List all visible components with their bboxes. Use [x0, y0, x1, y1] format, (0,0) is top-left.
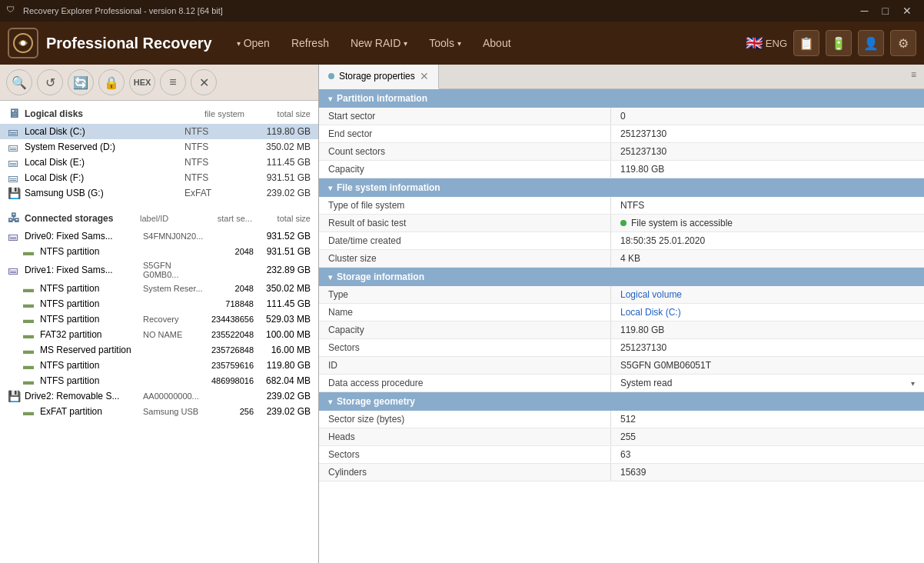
- menu-refresh[interactable]: Refresh: [282, 32, 338, 54]
- menu-open[interactable]: ▾ Open: [228, 32, 279, 54]
- basic-test-row: Result of basic test File system is acce…: [319, 215, 924, 232]
- logical-disk-c[interactable]: 🖴 Local Disk (C:) NTFS 119.80 GB: [0, 124, 318, 139]
- storage-size-header: total size: [257, 214, 311, 223]
- refresh-button[interactable]: ↺: [37, 69, 63, 95]
- drive0-ntfs-part[interactable]: ▬ NTFS partition 2048 931.51 GB: [0, 244, 318, 259]
- lang-label: ENG: [766, 38, 787, 49]
- hdd-icon: 🖴: [8, 125, 22, 138]
- storage-geometry-toggle[interactable]: ▾: [328, 398, 332, 406]
- tab-label: Storage properties: [339, 71, 415, 82]
- drive1[interactable]: 🖴 Drive1: Fixed Sams... S5GFN G0MB0... 2…: [0, 259, 318, 281]
- fs-info-toggle[interactable]: ▾: [328, 184, 332, 192]
- start-sector-row: Start sector 0: [319, 108, 924, 125]
- menu-about[interactable]: About: [474, 32, 520, 54]
- partition-icon-9: ▬: [23, 405, 37, 418]
- maximize-button[interactable]: □: [876, 4, 895, 18]
- drive1-ntfs-part2[interactable]: ▬ NTFS partition 718848 111.45 GB: [0, 296, 318, 311]
- end-sector-row: End sector 251237130: [319, 125, 924, 143]
- access-procedure-dropdown[interactable]: System read ▾: [620, 378, 915, 388]
- title-bar-text: Recovery Explorer Professional - version…: [23, 6, 855, 15]
- menu-bar: Professional Recovery ▾ Open Refresh New…: [0, 22, 924, 65]
- app-title: Professional Recovery: [46, 35, 212, 52]
- app-icon: 🛡: [6, 5, 18, 17]
- storage-info-header: ▾ Storage information: [319, 268, 924, 286]
- storage-properties-tab[interactable]: Storage properties ✕: [319, 65, 439, 89]
- new-raid-arrow: ▾: [404, 39, 407, 48]
- tab-bar: Storage properties ✕ ≡: [319, 65, 924, 89]
- storage-icon: 🖧: [8, 212, 20, 225]
- list-button[interactable]: ≡: [160, 69, 186, 95]
- search-button[interactable]: 🔍: [6, 69, 32, 95]
- drive1-fat32[interactable]: ▬ FAT32 partition NO NAME 235522048 100.…: [0, 327, 318, 342]
- type-row: Type Logical volume: [319, 286, 924, 304]
- drive1-ntfs-part5[interactable]: ▬ NTFS partition 486998016 682.04 MB: [0, 373, 318, 388]
- drive1-ntfs-part1[interactable]: ▬ NTFS partition System Reser... 2048 35…: [0, 281, 318, 296]
- logical-disks-icon: 🖥: [8, 107, 20, 121]
- close-button-toolbar[interactable]: ✕: [191, 69, 217, 95]
- partition-info-header: ▾ Partition information: [319, 89, 924, 108]
- left-panel: 🔍 ↺ 🔄 🔒 HEX ≡ ✕ 🖥 Logical disks file sys…: [0, 65, 319, 563]
- capacity2-row: Capacity 119.80 GB: [319, 321, 924, 339]
- drive1-ntfs-part3[interactable]: ▬ NTFS partition Recovery 234438656 529.…: [0, 311, 318, 327]
- partition-icon-4: ▬: [23, 313, 37, 325]
- hdd-icon-e: 🖴: [8, 156, 22, 168]
- menu-tools[interactable]: Tools ▾: [420, 32, 470, 54]
- capacity-row: Capacity 119.80 GB: [319, 161, 924, 178]
- logical-disk-d[interactable]: 🖴 System Reserved (D:) NTFS 350.02 MB: [0, 139, 318, 155]
- drive2[interactable]: 💾 Drive2: Removable S... AA00000000... 2…: [0, 388, 318, 404]
- drive0[interactable]: 🖴 Drive0: Fixed Sams... S4FMNJ0N20... 93…: [0, 228, 318, 244]
- flag-icon: 🇬🇧: [746, 35, 763, 52]
- connected-storages-header: 🖧 Connected storages label/ID start se..…: [0, 205, 318, 228]
- lock-button[interactable]: 🔒: [98, 69, 125, 95]
- sector-size-row: Sector size (bytes) 512: [319, 411, 924, 428]
- logical-disks-header: 🖥 Logical disks file system total size: [0, 101, 318, 124]
- tree-area: 🖥 Logical disks file system total size 🖴…: [0, 101, 318, 563]
- title-bar: 🛡 Recovery Explorer Professional - versi…: [0, 0, 924, 22]
- tab-dot: [328, 73, 334, 79]
- language-selector[interactable]: 🇬🇧 ENG: [746, 35, 787, 52]
- status-ok-dot: [620, 220, 627, 226]
- app-logo: Professional Recovery: [8, 28, 212, 58]
- hex-button[interactable]: HEX: [129, 69, 155, 95]
- toolbar-icon-1[interactable]: 📋: [793, 30, 819, 56]
- toolbar-icon-2[interactable]: 🔋: [826, 30, 852, 56]
- drive1-ntfs-part4[interactable]: ▬ NTFS partition 235759616 119.80 GB: [0, 358, 318, 373]
- drive0-icon: 🖴: [8, 230, 22, 242]
- hdd-icon-d: 🖴: [8, 141, 22, 153]
- right-panel: Storage properties ✕ ≡ ▾ Partition infor…: [319, 65, 924, 563]
- close-button[interactable]: ✕: [896, 4, 918, 18]
- sectors2-row: Sectors 63: [319, 446, 924, 464]
- tools-arrow: ▾: [457, 39, 461, 48]
- name-row: Name Local Disk (C:): [319, 304, 924, 321]
- access-procedure-row: Data access procedure System read ▾: [319, 375, 924, 392]
- tab-close-button[interactable]: ✕: [420, 71, 429, 82]
- usb-icon: 💾: [8, 187, 22, 199]
- fs-type-row: Type of file system NTFS: [319, 197, 924, 215]
- menu-items: ▾ Open Refresh New RAID ▾ Tools ▾ About: [228, 32, 746, 54]
- menu-right: 🇬🇧 ENG 📋 🔋 👤 ⚙: [746, 30, 916, 56]
- storage-info-toggle[interactable]: ▾: [328, 273, 332, 282]
- partition-icon-2: ▬: [23, 282, 37, 295]
- properties-content: ▾ Partition information Start sector 0 E…: [319, 89, 924, 563]
- logical-disk-f[interactable]: 🖴 Local Disk (F:) NTFS 931.51 GB: [0, 170, 318, 185]
- svg-point-1: [21, 41, 25, 45]
- connected-storages-label: Connected storages: [25, 213, 113, 224]
- size-column-header: total size: [249, 109, 311, 118]
- start-sector-header: start se...: [206, 214, 252, 223]
- hdd-icon-f: 🖴: [8, 172, 22, 184]
- menu-new-raid[interactable]: New RAID ▾: [341, 32, 417, 54]
- main-layout: 🔍 ↺ 🔄 🔒 HEX ≡ ✕ 🖥 Logical disks file sys…: [0, 65, 924, 563]
- sectors-row: Sectors 251237130: [319, 339, 924, 357]
- storage-geometry-header: ▾ Storage geometry: [319, 392, 924, 411]
- logical-disk-e[interactable]: 🖴 Local Disk (E:) NTFS 111.45 GB: [0, 155, 318, 170]
- minimize-button[interactable]: ─: [855, 4, 875, 18]
- partition-info-toggle[interactable]: ▾: [328, 95, 332, 103]
- sync-button[interactable]: 🔄: [68, 69, 94, 95]
- logical-disk-g[interactable]: 💾 Samsung USB (G:) ExFAT 239.02 GB: [0, 185, 318, 201]
- datetime-row: Date/time created 18:50:35 25.01.2020: [319, 232, 924, 250]
- drive2-exfat[interactable]: ▬ ExFAT partition Samsung USB 256 239.02…: [0, 404, 318, 419]
- tab-options[interactable]: ≡: [903, 65, 924, 88]
- toolbar-icon-4[interactable]: ⚙: [890, 30, 916, 56]
- drive1-ms-reserved[interactable]: ▬ MS Reserved partition 235726848 16.00 …: [0, 342, 318, 358]
- toolbar-icon-3[interactable]: 👤: [858, 30, 884, 56]
